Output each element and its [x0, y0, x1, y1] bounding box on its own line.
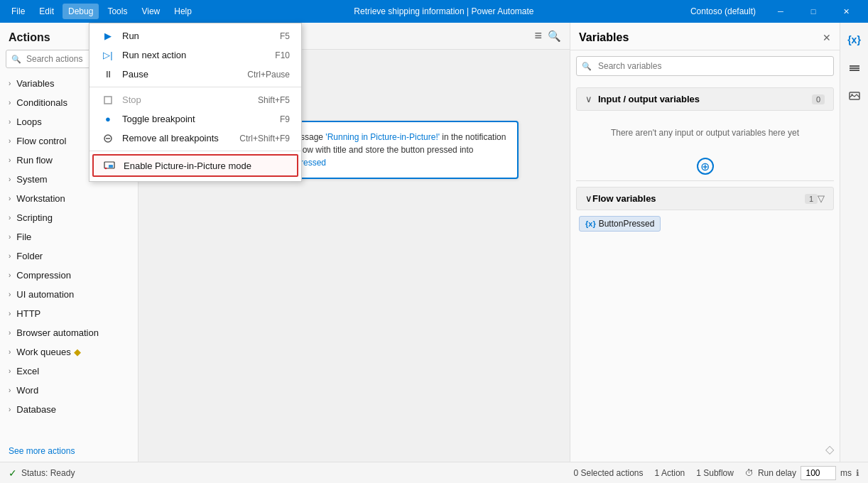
menu-edit[interactable]: Edit	[33, 4, 60, 19]
chevron-right-icon: ›	[9, 99, 11, 107]
see-more-link[interactable]: See more actions	[9, 446, 75, 456]
action-item-label: Excel	[16, 366, 39, 376]
menu-view[interactable]: View	[136, 4, 166, 19]
chevron-right-icon: ›	[9, 156, 11, 164]
flow-card[interactable]: ssage 'Running in Picture-in-Picture!' i…	[288, 121, 519, 179]
menu-file[interactable]: File	[6, 4, 31, 19]
debug-toggle-bp-item[interactable]: ● Toggle breakpoint F9	[89, 109, 301, 129]
chevron-right-icon: ›	[9, 233, 11, 241]
search-canvas-icon[interactable]: 🔍	[548, 30, 561, 43]
premium-icon: ◆	[74, 347, 81, 357]
diamond-icon: ◇	[825, 443, 834, 456]
image-icon-button[interactable]	[843, 85, 866, 108]
action-item-label: Flow control	[16, 136, 66, 146]
action-item-browser-automation[interactable]: › Browser automation	[0, 323, 138, 342]
action-item-excel[interactable]: › Excel	[0, 362, 138, 381]
close-variables-button[interactable]: ✕	[823, 32, 831, 43]
debug-pause-label: Pause	[122, 69, 242, 80]
add-variable-button[interactable]: ⊕	[697, 158, 714, 175]
action-item-label: File	[16, 232, 31, 242]
action-item-label: Loops	[16, 116, 41, 127]
action-item-folder[interactable]: › Folder	[0, 246, 138, 266]
account-name: Contoso (default)	[690, 6, 756, 16]
flow-variables-title: Flow variables	[592, 193, 799, 204]
action-item-label: Workstation	[16, 193, 65, 204]
debug-pip-item[interactable]: Enable Picture-in-Picture mode	[92, 154, 298, 177]
bars-icon[interactable]: ≡	[534, 28, 542, 43]
status-text: Status: Ready	[21, 468, 75, 478]
action-item-label: Folder	[16, 251, 43, 261]
info-icon[interactable]: ℹ	[856, 468, 859, 478]
bottom-icon-container: ◇	[570, 437, 840, 462]
clock-icon: ⏱	[745, 468, 754, 478]
debug-remove-bp-label: Remove all breakpoints	[122, 133, 234, 143]
svg-rect-0	[104, 97, 112, 104]
action-item-ui-automation[interactable]: › UI automation	[0, 285, 138, 304]
status-bar: ✓ Status: Ready 0 Selected actions 1 Act…	[0, 462, 868, 483]
chevron-right-icon: ›	[9, 118, 11, 126]
run-delay-input[interactable]	[801, 466, 836, 480]
menu-tools[interactable]: Tools	[102, 4, 133, 19]
debug-remove-bp-item[interactable]: Remove all breakpoints Ctrl+Shift+F9	[89, 129, 301, 148]
minimize-button[interactable]: ─	[764, 0, 797, 23]
right-icons-panel: {x}	[840, 23, 868, 462]
action-item-label: Word	[16, 385, 38, 396]
status-check-icon: ✓	[9, 467, 17, 479]
action-item-workstation[interactable]: › Workstation	[0, 189, 138, 208]
debug-run-next-label: Run next action	[122, 50, 269, 60]
input-output-header[interactable]: ∨ Input / output variables 0	[576, 87, 834, 111]
title-bar: File Edit Debug Tools View Help Retrieve…	[0, 0, 868, 23]
action-item-file[interactable]: › File	[0, 227, 138, 246]
card-link-pip: 'Running in Picture-in-Picture!'	[325, 132, 440, 142]
chevron-right-icon: ›	[9, 137, 11, 145]
action-item-word[interactable]: › Word	[0, 381, 138, 400]
debug-remove-bp-shortcut: Ctrl+Shift+F9	[239, 134, 290, 143]
debug-stop-shortcut: Shift+F5	[258, 95, 290, 105]
menu-bar: File Edit Debug Tools View Help	[6, 4, 197, 19]
variable-badge-buttonpressed[interactable]: {x} ButtonPressed	[579, 216, 661, 232]
card-text-prefix: ssage	[300, 132, 325, 142]
flow-variables-list: {x} ButtonPressed	[576, 213, 834, 234]
card-link-pressed: ressed	[300, 158, 326, 168]
debug-run-item[interactable]: ▶ Run F5	[89, 26, 301, 45]
action-item-scripting[interactable]: › Scripting	[0, 208, 138, 227]
variables-icon-button[interactable]: {x}	[843, 28, 866, 51]
action-item-database[interactable]: › Database	[0, 400, 138, 419]
flow-section-chevron-icon: ∨	[585, 193, 592, 204]
debug-pip-label: Enable Picture-in-Picture mode	[124, 161, 288, 171]
action-item-http[interactable]: › HTTP	[0, 304, 138, 323]
selected-actions-text: 0 Selected actions	[573, 468, 643, 478]
run-delay-group: ⏱ Run delay ms ℹ	[745, 466, 859, 480]
variables-header: Variables ✕	[570, 23, 840, 50]
input-output-section: ∨ Input / output variables 0 There aren'…	[570, 82, 840, 180]
debug-toggle-bp-shortcut: F9	[280, 114, 290, 124]
debug-stop-item[interactable]: Stop Shift+F5	[89, 90, 301, 109]
debug-run-next-item[interactable]: ▷| Run next action F10	[89, 45, 301, 65]
action-item-compression[interactable]: › Compression	[0, 266, 138, 285]
svg-point-5	[105, 168, 107, 169]
status-right: 0 Selected actions 1 Action 1 Subflow ⏱ …	[573, 466, 859, 480]
maximize-button[interactable]: □	[797, 0, 830, 23]
chevron-right-icon: ›	[9, 252, 11, 260]
action-item-label: Compression	[16, 270, 71, 281]
input-output-empty: There aren't any input or output variabl…	[576, 114, 834, 152]
layers-icon-button[interactable]	[843, 57, 866, 80]
flow-variables-header[interactable]: ∨ Flow variables 1 ▽	[576, 187, 834, 210]
close-button[interactable]: ✕	[830, 0, 862, 23]
action-item-label: System	[16, 174, 47, 185]
action-item-label: Database	[16, 404, 56, 415]
chevron-right-icon: ›	[9, 291, 11, 298]
action-count-text: 1 Action	[655, 468, 685, 478]
variables-search-input[interactable]	[576, 56, 834, 76]
action-item-label: Run flow	[16, 155, 53, 165]
menu-debug[interactable]: Debug	[63, 4, 99, 19]
add-variable-button-container: ⊕	[576, 158, 834, 175]
chevron-right-icon: ›	[9, 329, 11, 337]
input-output-count: 0	[812, 94, 825, 104]
action-item-work-queues[interactable]: › Work queues ◆	[0, 342, 138, 362]
filter-icon[interactable]: ▽	[818, 193, 825, 204]
debug-toggle-bp-label: Toggle breakpoint	[122, 114, 274, 124]
debug-pause-item[interactable]: ⏸ Pause Ctrl+Pause	[89, 65, 301, 84]
menu-help[interactable]: Help	[168, 4, 197, 19]
flow-variables-count: 1	[805, 194, 818, 204]
